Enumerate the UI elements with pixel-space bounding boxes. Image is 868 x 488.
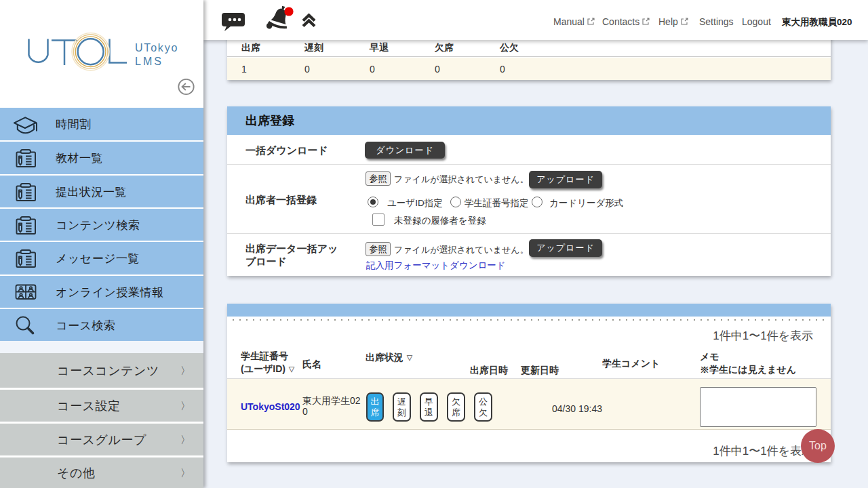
- svg-text:UTokyo: UTokyo: [135, 42, 178, 54]
- svg-text:LMS: LMS: [135, 56, 163, 67]
